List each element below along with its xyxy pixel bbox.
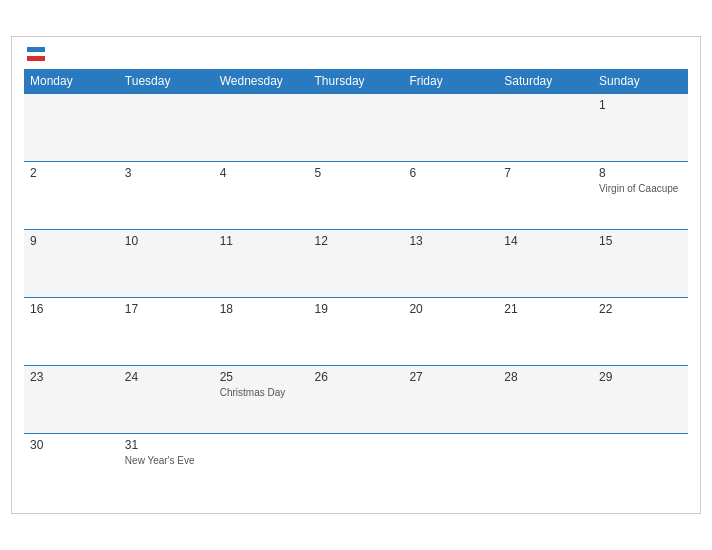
calendar-cell [309,433,404,501]
calendar-cell [309,93,404,161]
day-number: 28 [504,370,587,384]
day-number: 29 [599,370,682,384]
calendar-cell: 24 [119,365,214,433]
weekday-header-row: MondayTuesdayWednesdayThursdayFridaySatu… [24,69,688,94]
holiday-label: Christmas Day [220,386,303,399]
calendar-thead: MondayTuesdayWednesdayThursdayFridaySatu… [24,69,688,94]
day-number: 30 [30,438,113,452]
calendar-cell: 22 [593,297,688,365]
calendar-cell: 20 [403,297,498,365]
calendar-cell: 6 [403,161,498,229]
calendar-cell: 27 [403,365,498,433]
day-number: 12 [315,234,398,248]
week-row-4: 232425Christmas Day26272829 [24,365,688,433]
calendar-cell [214,93,309,161]
day-number: 5 [315,166,398,180]
weekday-header-saturday: Saturday [498,69,593,94]
svg-rect-2 [27,56,45,61]
calendar-cell: 29 [593,365,688,433]
day-number: 27 [409,370,492,384]
calendar-cell: 28 [498,365,593,433]
weekday-header-monday: Monday [24,69,119,94]
calendar-cell: 8Virgin of Caacupe [593,161,688,229]
calendar-cell: 5 [309,161,404,229]
day-number: 19 [315,302,398,316]
calendar-cell: 26 [309,365,404,433]
day-number: 16 [30,302,113,316]
calendar-cell: 14 [498,229,593,297]
svg-rect-0 [27,47,45,52]
calendar-cell: 16 [24,297,119,365]
calendar-cell [498,93,593,161]
calendar-cell: 1 [593,93,688,161]
svg-rect-1 [27,52,45,56]
day-number: 26 [315,370,398,384]
weekday-header-thursday: Thursday [309,69,404,94]
calendar-cell: 31New Year's Eve [119,433,214,501]
calendar-cell: 4 [214,161,309,229]
day-number: 23 [30,370,113,384]
calendar-cell: 23 [24,365,119,433]
day-number: 15 [599,234,682,248]
logo-flag-icon [27,47,45,61]
holiday-label: New Year's Eve [125,454,208,467]
calendar-cell [119,93,214,161]
calendar-cell: 15 [593,229,688,297]
week-row-3: 16171819202122 [24,297,688,365]
weekday-header-tuesday: Tuesday [119,69,214,94]
calendar-cell [403,93,498,161]
day-number: 18 [220,302,303,316]
day-number: 10 [125,234,208,248]
calendar-cell: 7 [498,161,593,229]
calendar-cell: 30 [24,433,119,501]
day-number: 4 [220,166,303,180]
day-number: 2 [30,166,113,180]
calendar-cell [593,433,688,501]
calendar-cell: 19 [309,297,404,365]
weekday-header-wednesday: Wednesday [214,69,309,94]
holiday-label: Virgin of Caacupe [599,182,682,195]
week-row-5: 3031New Year's Eve [24,433,688,501]
calendar-cell: 13 [403,229,498,297]
day-number: 17 [125,302,208,316]
day-number: 31 [125,438,208,452]
calendar-body: 12345678Virgin of Caacupe910111213141516… [24,93,688,501]
day-number: 14 [504,234,587,248]
weekday-header-friday: Friday [403,69,498,94]
day-number: 3 [125,166,208,180]
calendar-cell: 11 [214,229,309,297]
day-number: 8 [599,166,682,180]
week-row-0: 1 [24,93,688,161]
logo [26,47,45,61]
calendar-cell: 25Christmas Day [214,365,309,433]
calendar-cell: 2 [24,161,119,229]
calendar-cell: 18 [214,297,309,365]
day-number: 25 [220,370,303,384]
day-number: 11 [220,234,303,248]
calendar-cell: 21 [498,297,593,365]
calendar-table: MondayTuesdayWednesdayThursdayFridaySatu… [24,69,688,502]
day-number: 20 [409,302,492,316]
calendar-cell [24,93,119,161]
day-number: 13 [409,234,492,248]
calendar-cell: 3 [119,161,214,229]
day-number: 9 [30,234,113,248]
calendar: MondayTuesdayWednesdayThursdayFridaySatu… [11,36,701,515]
week-row-2: 9101112131415 [24,229,688,297]
day-number: 1 [599,98,682,112]
calendar-cell [403,433,498,501]
calendar-cell: 12 [309,229,404,297]
weekday-header-sunday: Sunday [593,69,688,94]
calendar-cell [214,433,309,501]
calendar-cell: 10 [119,229,214,297]
calendar-cell: 17 [119,297,214,365]
calendar-header [24,47,688,61]
day-number: 21 [504,302,587,316]
week-row-1: 2345678Virgin of Caacupe [24,161,688,229]
day-number: 6 [409,166,492,180]
day-number: 24 [125,370,208,384]
calendar-cell [498,433,593,501]
calendar-cell: 9 [24,229,119,297]
day-number: 7 [504,166,587,180]
day-number: 22 [599,302,682,316]
